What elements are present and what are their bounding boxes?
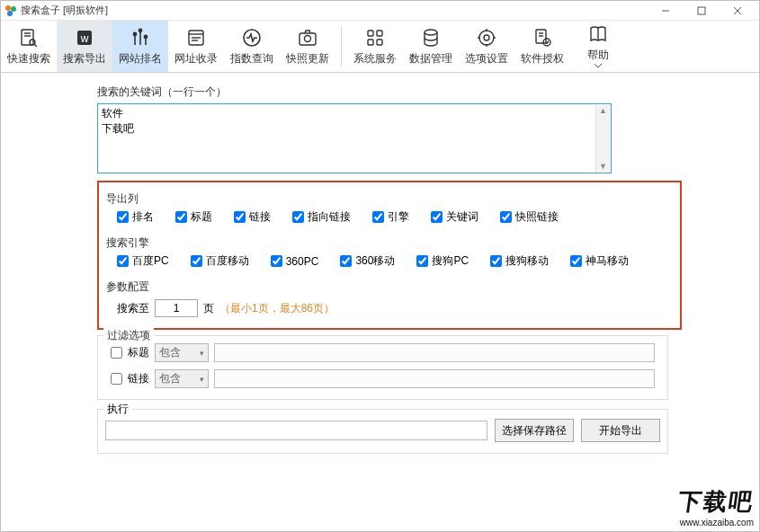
filter-link-label: 链接 xyxy=(128,371,149,386)
engines-group: 搜索引擎 百度PC 百度移动 360PC 360移动 搜狗PC 搜狗移动 神马移… xyxy=(106,234,673,274)
bar-chart-icon xyxy=(130,27,151,49)
svg-point-1 xyxy=(11,6,16,12)
start-export-button[interactable]: 开始导出 xyxy=(581,419,660,442)
svg-rect-27 xyxy=(368,31,373,36)
execute-title: 执行 xyxy=(103,402,132,417)
titlebar: 搜索盒子 [明振软件] xyxy=(1,1,759,21)
filter-group: 过滤选项 标题 包含▾ 链接 包含▾ xyxy=(97,335,668,400)
engines-row: 百度PC 百度移动 360PC 360移动 搜狗PC 搜狗移动 神马移动 xyxy=(106,252,673,274)
data-manage-button[interactable]: 数据管理 xyxy=(403,21,459,72)
activity-icon xyxy=(241,27,263,49)
checkbox-engine-360-pc[interactable]: 360PC xyxy=(271,255,319,268)
checkbox-engine-sogou-mobile[interactable]: 搜狗移动 xyxy=(490,253,549,269)
gear-icon xyxy=(476,27,497,49)
save-path-input[interactable] xyxy=(105,421,487,440)
keyword-scrollbar[interactable]: ▲ ▼ xyxy=(595,105,610,172)
checkbox-col-rank[interactable]: 排名 xyxy=(117,209,154,225)
svg-text:w: w xyxy=(80,32,89,45)
book-icon xyxy=(587,23,609,45)
filter-row-link: 链接 包含▾ xyxy=(105,366,660,392)
svg-point-18 xyxy=(139,29,141,31)
filter-link-combo[interactable]: 包含▾ xyxy=(155,369,209,388)
svg-rect-30 xyxy=(377,40,382,45)
svg-line-11 xyxy=(34,44,37,47)
index-query-button[interactable]: 指数查询 xyxy=(224,21,280,72)
toolbar: 快速搜索 w 搜索导出 网站排名 网址收录 指数查询 快照更新 系统服务 xyxy=(1,21,759,73)
filter-title-combo[interactable]: 包含▾ xyxy=(155,343,209,362)
export-columns-group: 导出列 排名 标题 链接 指向链接 引擎 关键词 快照链接 xyxy=(106,190,673,230)
svg-point-33 xyxy=(484,35,489,40)
scroll-up-icon: ▲ xyxy=(599,105,607,116)
params-pre-label: 搜索至 xyxy=(117,301,149,316)
dropdown-chevron-icon xyxy=(595,64,602,68)
export-columns-row: 排名 标题 链接 指向链接 引擎 关键词 快照链接 xyxy=(106,208,673,230)
params-row: 搜索至 页 （最小1页，最大86页） xyxy=(106,296,673,319)
checkbox-engine-baidu-mobile[interactable]: 百度移动 xyxy=(191,253,249,269)
license-button[interactable]: 软件授权 xyxy=(514,21,570,72)
svg-rect-4 xyxy=(698,7,705,14)
filter-row-title: 标题 包含▾ xyxy=(105,340,660,366)
svg-point-41 xyxy=(543,39,550,46)
svg-point-19 xyxy=(144,35,147,38)
search-export-button[interactable]: w 搜索导出 xyxy=(57,21,112,72)
maximize-button[interactable] xyxy=(684,2,720,20)
site-ranking-button[interactable]: 网站排名 xyxy=(112,21,168,72)
app-icon xyxy=(4,4,17,17)
export-columns-title: 导出列 xyxy=(106,190,673,208)
choose-path-button[interactable]: 选择保存路径 xyxy=(495,419,574,442)
svg-rect-7 xyxy=(22,30,33,45)
application-window: 搜索盒子 [明振软件] 快速搜索 w 搜索导出 网站排名 网址收录 指数查询 xyxy=(0,0,760,532)
svg-point-17 xyxy=(133,32,136,35)
camera-icon xyxy=(297,27,318,49)
minimize-button[interactable] xyxy=(648,2,684,20)
system-service-button[interactable]: 系统服务 xyxy=(347,21,403,72)
checkbox-col-engine[interactable]: 引擎 xyxy=(372,209,409,225)
checkbox-col-link[interactable]: 链接 xyxy=(234,209,271,225)
params-title: 参数配置 xyxy=(106,278,673,296)
checkbox-col-target-link[interactable]: 指向链接 xyxy=(292,209,351,225)
database-icon xyxy=(420,27,442,49)
filter-title-checkbox[interactable] xyxy=(111,347,122,359)
checkbox-col-title[interactable]: 标题 xyxy=(175,209,212,225)
window-title: 搜索盒子 [明振软件] xyxy=(21,4,108,17)
chevron-down-icon: ▾ xyxy=(200,375,204,384)
options-button[interactable]: 选项设置 xyxy=(459,21,514,72)
params-hint: （最小1页，最大86页） xyxy=(219,301,335,316)
toolbar-separator xyxy=(341,26,342,66)
snapshot-update-button[interactable]: 快照更新 xyxy=(280,21,335,72)
checkbox-col-snapshot-link[interactable]: 快照链接 xyxy=(500,209,559,225)
checkbox-engine-shenma-mobile[interactable]: 神马移动 xyxy=(570,253,629,269)
checkbox-engine-360-mobile[interactable]: 360移动 xyxy=(340,253,395,269)
filter-link-text[interactable] xyxy=(214,369,655,388)
svg-point-32 xyxy=(479,31,494,45)
webpage-icon xyxy=(185,27,207,49)
execute-group: 执行 选择保存路径 开始导出 xyxy=(97,409,668,454)
help-button[interactable]: 帮助 xyxy=(570,21,626,72)
checkbox-engine-baidu-pc[interactable]: 百度PC xyxy=(117,253,169,269)
grid-icon xyxy=(364,27,386,49)
quick-search-button[interactable]: 快速搜索 xyxy=(1,21,57,72)
svg-point-26 xyxy=(305,35,311,41)
svg-rect-29 xyxy=(368,40,373,45)
checkbox-engine-sogou-pc[interactable]: 搜狗PC xyxy=(416,253,469,269)
chevron-down-icon: ▾ xyxy=(200,349,204,358)
keyword-textarea[interactable] xyxy=(98,104,611,173)
pages-input[interactable] xyxy=(155,299,198,317)
keyword-box: ▲ ▼ xyxy=(97,103,612,173)
filter-title-label: 标题 xyxy=(128,345,149,360)
close-button[interactable] xyxy=(720,2,756,20)
svg-point-31 xyxy=(425,30,437,35)
document-search-icon xyxy=(18,27,40,49)
scroll-down-icon: ▼ xyxy=(599,161,607,172)
highlighted-config-box: 导出列 排名 标题 链接 指向链接 引擎 关键词 快照链接 搜索引擎 百度PC … xyxy=(97,181,682,330)
params-post-label: 页 xyxy=(203,301,214,316)
keyword-label: 搜索的关键词（一行一个） xyxy=(97,82,748,102)
filter-link-checkbox[interactable] xyxy=(111,373,122,385)
url-index-button[interactable]: 网址收录 xyxy=(168,21,224,72)
svg-rect-28 xyxy=(377,31,382,36)
license-icon xyxy=(532,27,553,49)
filter-title-text[interactable] xyxy=(214,343,655,362)
word-doc-icon: w xyxy=(74,27,95,49)
engines-title: 搜索引擎 xyxy=(106,234,673,252)
checkbox-col-keyword[interactable]: 关键词 xyxy=(431,209,478,225)
